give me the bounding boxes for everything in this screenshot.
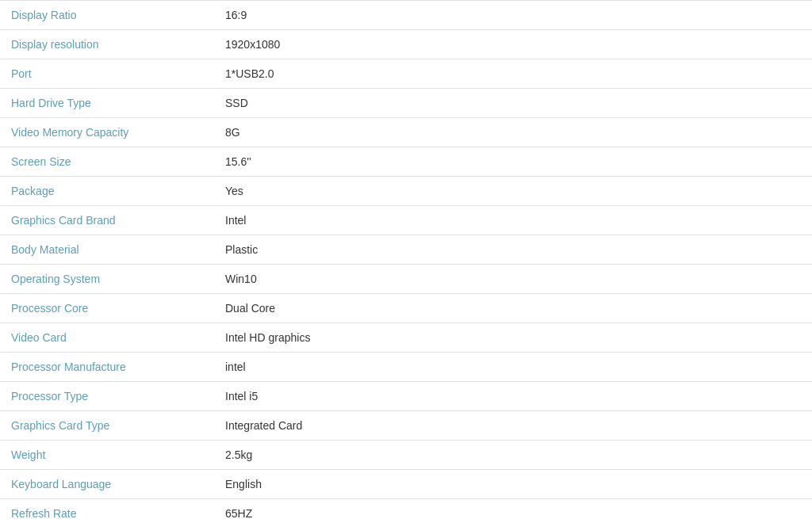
spec-value: Win10 <box>214 265 812 294</box>
spec-label: Processor Core <box>0 294 214 323</box>
table-row: Operating SystemWin10 <box>0 265 812 294</box>
spec-label: Display Ratio <box>0 1 214 30</box>
spec-label: Body Material <box>0 235 214 265</box>
spec-value: Plastic <box>214 235 812 265</box>
table-row: Processor CoreDual Core <box>0 294 812 323</box>
spec-label: Screen Size <box>0 147 214 177</box>
spec-value: 2.5kg <box>214 441 812 470</box>
table-row: Body MaterialPlastic <box>0 235 812 265</box>
spec-label: Processor Manufacture <box>0 353 214 382</box>
spec-label: Graphics Card Type <box>0 411 214 441</box>
spec-value: 1*USB2.0 <box>214 59 812 89</box>
table-row: Screen Size15.6'' <box>0 147 812 177</box>
spec-label: Hard Drive Type <box>0 89 214 118</box>
spec-label: Operating System <box>0 265 214 294</box>
table-row: Refresh Rate65HZ <box>0 499 812 520</box>
table-row: Display Ratio16:9 <box>0 1 812 30</box>
table-row: Hard Drive TypeSSD <box>0 89 812 118</box>
table-row: Video Memory Capacity8G <box>0 118 812 147</box>
specifications-table: Display Ratio16:9Display resolution1920x… <box>0 0 812 519</box>
spec-label: Package <box>0 177 214 206</box>
spec-label: Video Card <box>0 323 214 353</box>
spec-label: Port <box>0 59 214 89</box>
spec-value: Intel HD graphics <box>214 323 812 353</box>
spec-value: intel <box>214 353 812 382</box>
spec-value: Intel i5 <box>214 382 812 411</box>
spec-label: Video Memory Capacity <box>0 118 214 147</box>
spec-value: 15.6'' <box>214 147 812 177</box>
spec-label: Processor Type <box>0 382 214 411</box>
table-row: Processor TypeIntel i5 <box>0 382 812 411</box>
table-row: Display resolution1920x1080 <box>0 30 812 59</box>
spec-value: Intel <box>214 206 812 235</box>
table-row: Graphics Card TypeIntegrated Card <box>0 411 812 441</box>
spec-label: Weight <box>0 441 214 470</box>
spec-value: SSD <box>214 89 812 118</box>
table-row: Port1*USB2.0 <box>0 59 812 89</box>
spec-value: Integrated Card <box>214 411 812 441</box>
table-row: Graphics Card BrandIntel <box>0 206 812 235</box>
spec-label: Refresh Rate <box>0 499 214 520</box>
spec-value: 8G <box>214 118 812 147</box>
spec-value: 65HZ <box>214 499 812 520</box>
spec-value: English <box>214 470 812 499</box>
table-row: Keyboard LanguageEnglish <box>0 470 812 499</box>
spec-value: 1920x1080 <box>214 30 812 59</box>
table-row: PackageYes <box>0 177 812 206</box>
spec-label: Keyboard Language <box>0 470 214 499</box>
table-row: Processor Manufactureintel <box>0 353 812 382</box>
table-row: Weight2.5kg <box>0 441 812 470</box>
spec-value: 16:9 <box>214 1 812 30</box>
spec-value: Dual Core <box>214 294 812 323</box>
spec-value: Yes <box>214 177 812 206</box>
table-row: Video CardIntel HD graphics <box>0 323 812 353</box>
spec-label: Graphics Card Brand <box>0 206 214 235</box>
spec-label: Display resolution <box>0 30 214 59</box>
